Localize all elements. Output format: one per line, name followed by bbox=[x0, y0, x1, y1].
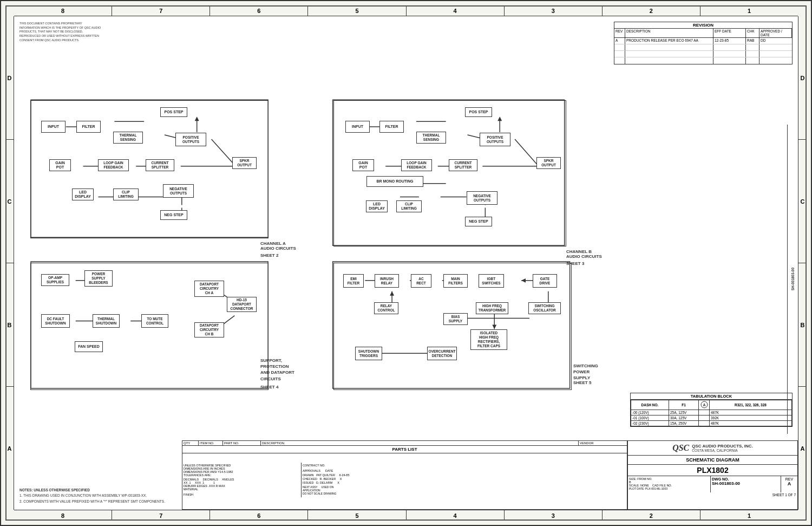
revision-title: REVISION bbox=[614, 22, 792, 29]
col-7: 7 bbox=[112, 5, 210, 16]
parts-list-area: QTY ITEM NO. PART NO. DESCRIPTION VENDOR… bbox=[182, 440, 627, 510]
company-name: QSC QSC AUDIO PRODUCTS, INC. COSTA MESA,… bbox=[628, 441, 797, 456]
note-1: 1. THIS DRAWING USED IN CONJUNCTION WITH… bbox=[19, 493, 165, 498]
row-c-right: C bbox=[798, 140, 807, 263]
support-protection-sheet: SHEET 4 bbox=[260, 385, 278, 389]
drawing-number: SH-001803-00 bbox=[712, 481, 780, 486]
tabulation-block: TABULATION BLOCK DASH NO. F1 A R321, 322… bbox=[630, 393, 793, 427]
col-b-1: 1 bbox=[700, 510, 798, 521]
channel-b-input: INPUT bbox=[345, 121, 370, 133]
channel-a-input: INPUT bbox=[41, 121, 66, 133]
channel-a-positive-outputs: POSITIVEOUTPUTS bbox=[175, 133, 206, 146]
gate-drive: GATEDRIVE bbox=[533, 274, 557, 288]
dc-fault-shutdown: DC FAULTSHUTDOWN bbox=[41, 314, 70, 328]
col-5: 5 bbox=[308, 5, 406, 16]
inrush-relay: INRUSHRELAY bbox=[375, 274, 399, 288]
channel-b-led-display: LEDDISPLAY bbox=[366, 200, 388, 212]
channel-a-gain-pot: GAINPOT bbox=[49, 159, 71, 171]
channel-a-spkr-output: SPKROUTPUT bbox=[232, 157, 257, 169]
channel-a-sheet: SHEET 2 bbox=[260, 253, 278, 258]
drawing-info-row: SIZE: FROM NO. B SCALE: NONE CAD FILE NO… bbox=[628, 476, 797, 492]
col-b-6: 6 bbox=[210, 510, 308, 521]
channel-a-filter: FILTER bbox=[76, 121, 101, 133]
tabulation-title: TABULATION BLOCK bbox=[631, 393, 792, 400]
power-supply-bleeders: POWERSUPPLYBLEEDERS bbox=[84, 270, 113, 287]
channel-a-label: CHANNEL AAUDIO CIRCUITS bbox=[260, 241, 296, 251]
overcurrent-detection: OVERCURRENTDETECTION bbox=[427, 347, 457, 360]
main-content: THIS DOCUMENT CONTAINS PROPRIETARY INFOR… bbox=[14, 16, 798, 510]
note-2: 2. COMPONENTS WITH VALUE PREFIXED WITH A… bbox=[19, 499, 165, 504]
channel-b-filter: FILTER bbox=[379, 121, 404, 133]
switching-power-supply-label: SWITCHINGPOWERSUPPLY bbox=[573, 363, 598, 381]
channel-a-led-display: LEDDISPLAY bbox=[72, 189, 94, 200]
row-c-left: C bbox=[5, 140, 14, 263]
revision-row-1: A PRODUCTION RELEASE PER ECO 6947 AA 12-… bbox=[614, 38, 792, 44]
relay-control: RELAYCONTROL bbox=[374, 302, 398, 314]
svg-text:A: A bbox=[703, 403, 705, 407]
col-8: 8 bbox=[14, 5, 112, 16]
col-b-7: 7 bbox=[112, 510, 210, 521]
row-b-left: B bbox=[5, 263, 14, 387]
channel-b-clip-limiting: CLIPLIMITING bbox=[396, 200, 422, 212]
col-b-8: 8 bbox=[14, 510, 112, 521]
col-headers-top: 8 7 6 5 4 3 2 1 bbox=[14, 5, 798, 16]
switching-oscillator: SWITCHINGOSCILLATOR bbox=[528, 302, 561, 314]
parts-list-title: PARTS LIST bbox=[182, 446, 627, 453]
channel-b-thermal-sensing: THERMALSENSING bbox=[416, 132, 446, 144]
row-headers-left: D C B A bbox=[5, 16, 14, 510]
contract-block: CONTRACT NO. APPROVALS DATE DRAWN PAT QU… bbox=[302, 463, 627, 496]
channel-a-current-splitter: CURRENTSPLITTER bbox=[146, 159, 174, 171]
channel-b-positive-outputs: POSITIVEOUTPUTS bbox=[480, 133, 510, 146]
igbt-switches: IGBTSWITCHES bbox=[479, 274, 504, 288]
company-name-text: QSC AUDIO PRODUCTS, INC. bbox=[692, 444, 753, 449]
notes-section: NOTES: UNLESS OTHERWISE SPECIFIED 1. THI… bbox=[19, 488, 165, 504]
channel-a-thermal-sensing: THERMALSENSING bbox=[113, 132, 143, 144]
channel-a-pos-step: POS STEP bbox=[160, 107, 187, 117]
channel-b-br-mono-routing: BR MONO ROUTING bbox=[366, 176, 423, 187]
switching-power-supply-sheet: SHEET 5 bbox=[573, 380, 591, 385]
col-2: 2 bbox=[603, 5, 700, 16]
channel-b-loop-gain: LOOP GAINFEEDBACK bbox=[401, 159, 432, 171]
main-filters: MAINFILTERS bbox=[443, 274, 468, 288]
col-b-4: 4 bbox=[407, 510, 505, 521]
revision-header: REV DESCRIPTION EFF DATE CHK APPROVED / … bbox=[614, 29, 792, 38]
revision-row-2 bbox=[614, 44, 792, 51]
revision-row-4 bbox=[614, 57, 792, 64]
proprietary-notice: THIS DOCUMENT CONTAINS PROPRIETARY INFOR… bbox=[19, 22, 103, 42]
channel-b-label: CHANNEL BAUDIO CIRCUITS bbox=[566, 249, 602, 259]
parts-list-header-row: QTY ITEM NO. PART NO. DESCRIPTION VENDOR bbox=[182, 441, 627, 446]
col-4: 4 bbox=[407, 5, 505, 16]
channel-b-current-splitter: CURRENTSPLITTER bbox=[449, 159, 477, 171]
row-a-left: A bbox=[5, 387, 14, 510]
ac-rect: ACRECT bbox=[411, 274, 431, 288]
op-amp-supplies: OP-AMPSUPPLIES bbox=[41, 274, 69, 286]
row-d-left: D bbox=[5, 16, 14, 140]
col-headers-bottom: 8 7 6 5 4 3 2 1 bbox=[14, 510, 798, 521]
revision-row-3 bbox=[614, 51, 792, 57]
schematic-page: THIS DOCUMENT CONTAINS PROPRIETARY INFOR… bbox=[0, 0, 812, 526]
col-b-5: 5 bbox=[308, 510, 406, 521]
dataport-circuitry-b: DATAPORTCIRCUITRYCH B bbox=[194, 322, 224, 337]
to-mute-control: TO MUTECONTROL bbox=[141, 314, 168, 328]
support-protection-label: SUPPORT,PROTECTIONAND DATAPORTCIRCUITS bbox=[260, 358, 294, 382]
dataport-circuitry-a: DATAPORTCIRCUITRYCH A bbox=[194, 281, 224, 297]
col-b-2: 2 bbox=[603, 510, 700, 521]
company-location: COSTA MESA, CALIFORNIA bbox=[692, 449, 753, 452]
bias-supply: BIASSUPPLY bbox=[443, 313, 468, 325]
thermal-shutdown: THERMALSHUTDOWN bbox=[93, 314, 120, 328]
col-b-3: 3 bbox=[505, 510, 603, 521]
title-text: SCHEMATIC DIAGRAM bbox=[628, 456, 797, 465]
fan-speed: FAN SPEED bbox=[75, 341, 103, 352]
notes-header: NOTES: UNLESS OTHERWISE SPECIFIED bbox=[19, 488, 165, 493]
col-6: 6 bbox=[210, 5, 308, 16]
high-freq-transformer: HIGH FREQTRANSFORMER bbox=[476, 302, 508, 314]
channel-b-neg-step: NEG STEP bbox=[465, 217, 492, 226]
right-side-strip: SH-001803-00 bbox=[787, 125, 798, 434]
title-block: QSC QSC AUDIO PRODUCTS, INC. COSTA MESA,… bbox=[627, 440, 798, 510]
tabulation-table: DASH NO. F1 A R321, 322, 326, 328 -00 (1… bbox=[631, 400, 792, 426]
row-a-right: A bbox=[798, 387, 807, 510]
rev-letter: A bbox=[782, 481, 796, 486]
row-d-right: D bbox=[798, 16, 807, 140]
channel-b-gain-pot: GAINPOT bbox=[352, 159, 374, 171]
channel-b-pos-step: POS STEP bbox=[465, 107, 492, 117]
